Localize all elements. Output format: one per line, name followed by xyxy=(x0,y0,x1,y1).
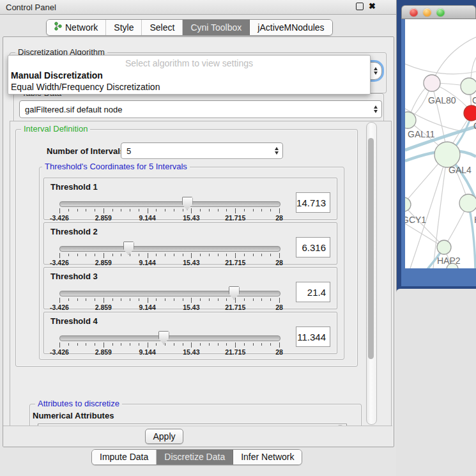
network-node[interactable] xyxy=(464,105,476,121)
tick-mark xyxy=(226,209,227,211)
network-node[interactable] xyxy=(434,142,460,167)
tick-mark xyxy=(235,298,236,303)
spinner-up-icon[interactable] xyxy=(374,67,378,70)
settings-scrollbar[interactable] xyxy=(366,122,377,425)
tick-label: 9.144 xyxy=(139,348,155,356)
number-of-intervals-combo[interactable]: 5 xyxy=(121,142,283,159)
tick-mark xyxy=(270,254,271,256)
float-window-icon[interactable] xyxy=(356,3,364,10)
threshold-box: Threshold 4-3.4262.8599.14415.4321.71528… xyxy=(43,312,337,354)
tab-network[interactable]: Network xyxy=(47,20,106,35)
tick-mark xyxy=(148,208,148,213)
tick-mark xyxy=(209,209,210,211)
tick-mark xyxy=(261,298,262,301)
tick-mark xyxy=(68,343,69,346)
spinner-down-icon[interactable] xyxy=(374,72,378,75)
network-node-label: HAP2 xyxy=(437,256,461,266)
tick-mark xyxy=(77,254,78,256)
tab-label: Infer Network xyxy=(241,452,294,462)
network-node-label: G xyxy=(472,95,476,105)
tick-mark xyxy=(200,343,201,346)
attributes-group: Attributes to discretize Numerical Attri… xyxy=(29,404,362,427)
tick-mark xyxy=(261,254,262,256)
tab-select[interactable]: Select xyxy=(142,20,183,35)
tick-mark xyxy=(244,343,245,346)
threshold-slider-track[interactable] xyxy=(59,246,280,252)
network-canvas[interactable]: GAL80GCGAL11GAL4GCY1HHAP2 xyxy=(405,19,476,268)
threshold-slider-track[interactable] xyxy=(59,291,280,296)
tick-mark xyxy=(200,298,201,301)
tab-label: Select xyxy=(150,22,174,33)
zoom-traffic-light-icon[interactable] xyxy=(436,8,445,17)
close-traffic-light-icon[interactable] xyxy=(410,8,418,17)
network-edge[interactable] xyxy=(432,37,476,83)
network-edge[interactable] xyxy=(405,64,476,74)
tick-mark xyxy=(235,208,236,213)
cyni-toolbox-panel: Discretization Algorithm Table Data galF… xyxy=(3,36,394,447)
spinner-down-icon[interactable] xyxy=(374,110,378,113)
tab-style[interactable]: Style xyxy=(106,20,142,35)
tick-mark xyxy=(270,343,271,346)
spinner-down-icon[interactable] xyxy=(275,151,279,155)
tick-mark xyxy=(270,209,271,211)
algorithm-option[interactable]: Manual Discretization xyxy=(8,70,370,81)
tick-label: -3.426 xyxy=(50,303,69,311)
threshold-value-field[interactable]: 11.344 xyxy=(296,326,330,347)
thresholds-group: Threshold's Coordinates for 5 Intervals … xyxy=(39,167,344,360)
tab-infer-network[interactable]: Infer Network xyxy=(233,450,302,464)
slider-ticks xyxy=(59,298,279,303)
slider-ticks xyxy=(59,342,279,348)
network-node[interactable] xyxy=(424,75,440,91)
tick-label: 2.859 xyxy=(95,303,112,311)
tick-mark xyxy=(279,208,280,213)
network-window-titlebar[interactable] xyxy=(401,5,476,19)
slider-tick-labels: -3.4262.8599.14415.4321.71528 xyxy=(59,348,279,356)
algorithm-placeholder-option[interactable]: Select algorithm to view settings xyxy=(8,56,370,70)
threshold-label: Threshold 4 xyxy=(50,316,98,326)
network-node[interactable] xyxy=(405,197,411,211)
tick-mark xyxy=(270,298,271,301)
threshold-value-field[interactable]: 6.316 xyxy=(296,237,330,257)
interval-definition-group: Interval Definition Number of Intervals … xyxy=(15,129,358,367)
slider-tick-labels: -3.4262.8599.14415.4321.71528 xyxy=(59,259,279,266)
tab-jactivemnodules[interactable]: jActiveMNodules xyxy=(250,20,332,35)
tick-mark xyxy=(59,298,60,303)
threshold-slider-track[interactable] xyxy=(59,201,280,207)
tick-mark xyxy=(183,343,183,346)
tick-label: 15.43 xyxy=(183,214,199,222)
tab-cyni-toolbox[interactable]: Cyni Toolbox xyxy=(183,20,250,35)
tick-mark xyxy=(209,254,210,256)
minimize-traffic-light-icon[interactable] xyxy=(423,8,431,17)
network-edge-thick[interactable] xyxy=(468,203,475,268)
tick-label: 9.144 xyxy=(139,259,155,266)
tab-impute-data[interactable]: Impute Data xyxy=(92,450,157,464)
spinner-up-icon[interactable] xyxy=(275,147,279,150)
tick-mark xyxy=(139,254,139,256)
tick-label: 21.715 xyxy=(225,259,245,266)
tick-mark xyxy=(165,298,165,301)
spinner-up-icon[interactable] xyxy=(374,105,378,109)
tick-mark xyxy=(139,343,139,346)
tick-mark xyxy=(59,253,60,258)
tick-mark xyxy=(244,298,245,301)
threshold-slider-track[interactable] xyxy=(59,335,280,341)
tick-mark xyxy=(279,298,280,303)
table-data-combo[interactable]: galFiltered.sif default node xyxy=(19,100,382,118)
network-node-label: GAL80 xyxy=(428,95,456,105)
threshold-value-field[interactable]: 21.4 xyxy=(296,282,330,302)
close-icon[interactable]: ✖ xyxy=(369,2,376,11)
algorithm-option[interactable]: Equal Width/Frequency Discretization xyxy=(8,81,370,93)
tick-mark xyxy=(59,208,60,213)
apply-button[interactable]: Apply xyxy=(145,429,183,444)
tick-mark xyxy=(130,298,130,301)
control-panel-titlebar[interactable]: Control Panel ✖ xyxy=(0,0,396,15)
network-node[interactable] xyxy=(437,240,451,254)
network-node[interactable] xyxy=(461,78,476,95)
tick-mark xyxy=(86,209,86,211)
network-node[interactable] xyxy=(459,194,476,212)
tab-discretize-data[interactable]: Discretize Data xyxy=(157,450,233,464)
tick-mark xyxy=(68,254,69,256)
threshold-value-field[interactable]: 14.713 xyxy=(296,192,330,213)
threshold-box: Threshold 3-3.4262.8599.14415.4321.71528… xyxy=(43,267,337,309)
tick-mark xyxy=(77,343,78,346)
